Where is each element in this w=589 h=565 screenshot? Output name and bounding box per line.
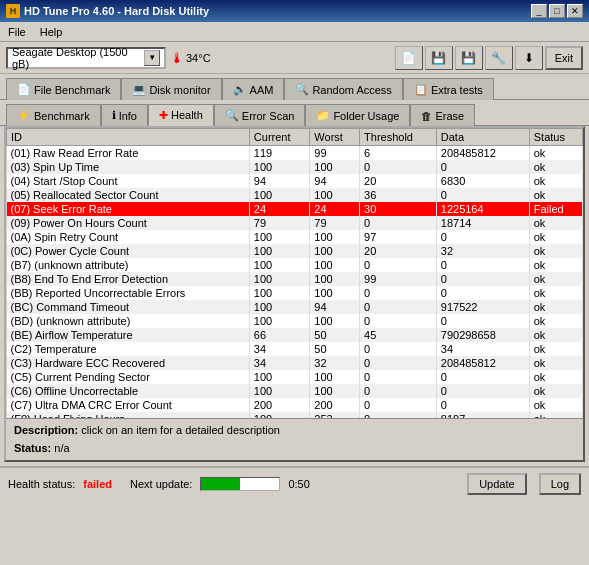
tool-btn-2[interactable]: 💾 bbox=[425, 46, 453, 70]
cell-3: 0 bbox=[360, 370, 437, 384]
col-current: Current bbox=[249, 129, 310, 146]
table-row[interactable]: (C6) Offline Uncorrectable10010000ok bbox=[7, 384, 583, 398]
menu-bar: File Help bbox=[0, 22, 589, 42]
cell-4: 0 bbox=[436, 272, 529, 286]
cell-3: 0 bbox=[360, 342, 437, 356]
cell-4: 0 bbox=[436, 370, 529, 384]
cell-4: 208485812 bbox=[436, 146, 529, 161]
cell-0: (B7) (unknown attribute) bbox=[7, 258, 250, 272]
update-button[interactable]: Update bbox=[467, 473, 526, 495]
cell-5: ok bbox=[529, 398, 582, 412]
tab-disk-monitor[interactable]: 💻 Disk monitor bbox=[121, 78, 221, 100]
table-row[interactable]: (B7) (unknown attribute)10010000ok bbox=[7, 258, 583, 272]
cell-0: (09) Power On Hours Count bbox=[7, 216, 250, 230]
cell-2: 50 bbox=[310, 342, 360, 356]
table-row[interactable]: (05) Reallocated Sector Count100100360ok bbox=[7, 188, 583, 202]
table-row[interactable]: (BC) Command Timeout100940917522ok bbox=[7, 300, 583, 314]
cell-0: (03) Spin Up Time bbox=[7, 160, 250, 174]
minimize-button[interactable]: _ bbox=[531, 4, 547, 18]
cell-4: 34 bbox=[436, 342, 529, 356]
tool-btn-4[interactable]: 🔧 bbox=[485, 46, 513, 70]
menu-file[interactable]: File bbox=[6, 26, 28, 38]
col-status: Status bbox=[529, 129, 582, 146]
folder-usage-icon: 📁 bbox=[316, 109, 330, 122]
status-bar: Health status: failed Next update: 0:50 … bbox=[0, 466, 589, 500]
cell-4: 32 bbox=[436, 244, 529, 258]
cell-0: (C6) Offline Uncorrectable bbox=[7, 384, 250, 398]
health-table: ID Current Worst Threshold Data Status (… bbox=[6, 128, 583, 418]
table-row[interactable]: (C3) Hardware ECC Recovered3432020848581… bbox=[7, 356, 583, 370]
table-row[interactable]: (C5) Current Pending Sector10010000ok bbox=[7, 370, 583, 384]
cell-2: 94 bbox=[310, 300, 360, 314]
dropdown-arrow-icon[interactable]: ▼ bbox=[144, 50, 160, 66]
cell-5: ok bbox=[529, 328, 582, 342]
health-table-container[interactable]: ID Current Worst Threshold Data Status (… bbox=[6, 128, 583, 418]
table-row[interactable]: (BD) (unknown attribute)10010000ok bbox=[7, 314, 583, 328]
close-button[interactable]: ✕ bbox=[567, 4, 583, 18]
cell-3: 0 bbox=[360, 286, 437, 300]
tab-extra-tests[interactable]: 📋 Extra tests bbox=[403, 78, 494, 100]
table-row[interactable]: (C7) Ultra DMA CRC Error Count20020000ok bbox=[7, 398, 583, 412]
table-row[interactable]: (04) Start /Stop Count9494206830ok bbox=[7, 174, 583, 188]
cell-5: ok bbox=[529, 300, 582, 314]
table-row[interactable]: (01) Raw Read Error Rate119996208485812o… bbox=[7, 146, 583, 161]
log-button[interactable]: Log bbox=[539, 473, 581, 495]
table-row[interactable]: (0C) Power Cycle Count1001002032ok bbox=[7, 244, 583, 258]
cell-1: 200 bbox=[249, 398, 310, 412]
col-threshold: Threshold bbox=[360, 129, 437, 146]
tool-btn-1[interactable]: 📄 bbox=[395, 46, 423, 70]
table-row[interactable]: (0A) Spin Retry Count100100970ok bbox=[7, 230, 583, 244]
cell-2: 100 bbox=[310, 160, 360, 174]
maximize-button[interactable]: □ bbox=[549, 4, 565, 18]
cell-3: 6 bbox=[360, 146, 437, 161]
tool-btn-3[interactable]: 💾 bbox=[455, 46, 483, 70]
cell-5: ok bbox=[529, 244, 582, 258]
cell-3: 0 bbox=[360, 384, 437, 398]
tab-random-access[interactable]: 🔍 Random Access bbox=[284, 78, 402, 100]
tab-info[interactable]: ℹ Info bbox=[101, 104, 148, 126]
table-row[interactable]: (BB) Reported Uncorrectable Errors100100… bbox=[7, 286, 583, 300]
cell-3: 97 bbox=[360, 230, 437, 244]
cell-1: 100 bbox=[249, 230, 310, 244]
cell-5: ok bbox=[529, 216, 582, 230]
cell-4: 0 bbox=[436, 188, 529, 202]
tab-error-scan[interactable]: 🔍 Error Scan bbox=[214, 104, 306, 126]
tab-aam[interactable]: 🔊 AAM bbox=[222, 78, 285, 100]
drive-select[interactable]: Seagate Desktop (1500 gB) ▼ bbox=[6, 47, 166, 69]
tab-folder-usage[interactable]: 📁 Folder Usage bbox=[305, 104, 410, 126]
table-row[interactable]: (03) Spin Up Time10010000ok bbox=[7, 160, 583, 174]
exit-button[interactable]: Exit bbox=[545, 46, 583, 70]
tab-file-benchmark[interactable]: 📄 File Benchmark bbox=[6, 78, 121, 100]
cell-1: 100 bbox=[249, 286, 310, 300]
progress-fill bbox=[201, 478, 240, 490]
tab-benchmark[interactable]: ⚡ Benchmark bbox=[6, 104, 101, 126]
temperature-value: 34°C bbox=[186, 52, 211, 64]
cell-4: 0 bbox=[436, 314, 529, 328]
menu-help[interactable]: Help bbox=[38, 26, 65, 38]
table-row[interactable]: (BE) Airflow Temperature665045790298658o… bbox=[7, 328, 583, 342]
cell-2: 100 bbox=[310, 286, 360, 300]
col-id: ID bbox=[7, 129, 250, 146]
table-row[interactable]: (07) Seek Error Rate2424301225164Failed bbox=[7, 202, 583, 216]
table-row[interactable]: (C2) Temperature3450034ok bbox=[7, 342, 583, 356]
tab-health[interactable]: ✚ Health bbox=[148, 104, 214, 126]
cell-3: 45 bbox=[360, 328, 437, 342]
cell-5: ok bbox=[529, 286, 582, 300]
main-content: ID Current Worst Threshold Data Status (… bbox=[4, 126, 585, 462]
cell-2: 100 bbox=[310, 188, 360, 202]
cell-5: ok bbox=[529, 258, 582, 272]
cell-0: (01) Raw Read Error Rate bbox=[7, 146, 250, 161]
table-row[interactable]: (09) Power On Hours Count7979018714ok bbox=[7, 216, 583, 230]
health-status-value: failed bbox=[83, 478, 112, 490]
cell-3: 36 bbox=[360, 188, 437, 202]
next-update-progress bbox=[200, 477, 280, 491]
table-header-row: ID Current Worst Threshold Data Status bbox=[7, 129, 583, 146]
tab-erase[interactable]: 🗑 Erase bbox=[410, 104, 475, 126]
cell-0: (0C) Power Cycle Count bbox=[7, 244, 250, 258]
cell-1: 100 bbox=[249, 314, 310, 328]
cell-3: 0 bbox=[360, 258, 437, 272]
cell-1: 100 bbox=[249, 370, 310, 384]
table-row[interactable]: (B8) End To End Error Detection100100990… bbox=[7, 272, 583, 286]
tool-btn-5[interactable]: ⬇ bbox=[515, 46, 543, 70]
cell-0: (BC) Command Timeout bbox=[7, 300, 250, 314]
